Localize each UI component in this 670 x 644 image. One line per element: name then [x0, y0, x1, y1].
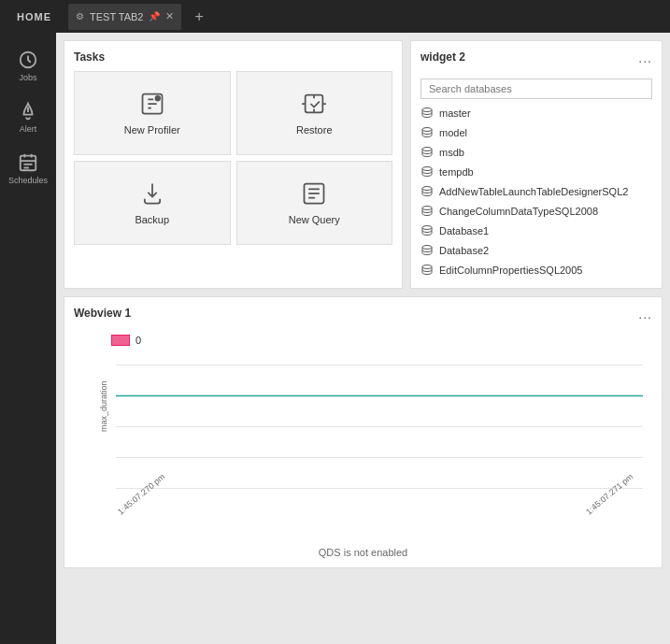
database-list-item[interactable]: Database1: [421, 222, 652, 239]
sidebar-item-schedules[interactable]: Schedules: [0, 145, 56, 193]
home-label: HOME: [9, 11, 59, 22]
widget2-more-button[interactable]: ···: [638, 53, 652, 68]
backup-icon: [139, 180, 165, 207]
task-restore[interactable]: Restore: [236, 71, 393, 155]
jobs-icon: [18, 50, 38, 70]
tab-label: TEST TAB2: [90, 11, 143, 22]
database-list-item[interactable]: model: [421, 124, 652, 141]
sidebar-jobs-label: Jobs: [19, 73, 36, 82]
sidebar-schedules-label: Schedules: [8, 176, 48, 185]
webview-title: Webview 1: [74, 307, 131, 320]
schedules-icon: [18, 152, 38, 173]
database-icon: [421, 244, 434, 257]
legend-color-box: [111, 335, 130, 346]
task-new-profiler[interactable]: New Profiler: [74, 71, 231, 155]
database-list-item[interactable]: master: [421, 105, 652, 122]
restore-icon: [301, 91, 327, 117]
sidebar-item-alert[interactable]: Alert: [0, 93, 56, 141]
task-new-query[interactable]: New Query: [236, 161, 393, 245]
database-list-item[interactable]: msdb: [421, 144, 652, 161]
database-icon: [421, 185, 434, 198]
database-list-item[interactable]: EditColumnPropertiesSQL2005: [421, 262, 652, 279]
content-area: Tasks New Profiler: [56, 33, 670, 644]
x-axis-labels: 1:45:07.270 pm 1:45:07.271 pm: [74, 504, 652, 519]
database-icon: [421, 205, 434, 218]
svg-point-17: [422, 148, 432, 151]
query-icon: [301, 180, 327, 207]
task-restore-label: Restore: [296, 124, 333, 136]
add-tab-button[interactable]: +: [191, 8, 207, 25]
webview-widget: Webview 1 ··· 0 max_duration: [64, 296, 663, 568]
sidebar-item-jobs[interactable]: Jobs: [0, 42, 56, 90]
database-icon: [421, 146, 434, 159]
widget2-title: widget 2: [421, 50, 465, 64]
alert-icon: [18, 101, 38, 122]
tab-settings-icon: ⚙: [76, 11, 84, 21]
database-icon: [421, 107, 434, 120]
tasks-widget: Tasks New Profiler: [64, 40, 403, 289]
sidebar-alert-label: Alert: [20, 124, 37, 134]
main-layout: Jobs Alert Schedules: [0, 33, 670, 644]
webview-more-button[interactable]: ···: [638, 309, 652, 324]
tab-pin-icon: 📌: [149, 11, 160, 21]
y-axis-label: max_duration: [99, 380, 108, 432]
task-new-query-label: New Query: [289, 214, 340, 225]
top-bar: HOME ⚙ TEST TAB2 📌 ✕ +: [0, 0, 670, 33]
database-search-input[interactable]: [421, 79, 652, 99]
chart-svg: 1.0 0.5 0.0 -0.5 -1.0: [116, 350, 643, 504]
chart-wrapper: max_duration 1.0 0.5 0.0 -0.5 -1.0: [74, 350, 652, 558]
widget2: widget 2 ··· master model: [410, 40, 663, 289]
svg-point-15: [422, 108, 432, 112]
tab-close-button[interactable]: ✕: [165, 10, 174, 22]
tasks-grid: New Profiler Restore: [74, 71, 392, 245]
widget2-header: widget 2 ···: [421, 50, 652, 71]
database-icon: [421, 126, 434, 139]
database-list-item[interactable]: ChangeColumnDataTypeSQL2008: [421, 203, 652, 220]
top-row: Tasks New Profiler: [64, 40, 663, 289]
svg-point-20: [422, 207, 432, 210]
svg-point-22: [422, 246, 432, 250]
database-icon: [421, 165, 434, 179]
tasks-title: Tasks: [74, 50, 392, 64]
chart-legend: 0: [74, 335, 652, 346]
database-list: master model msdb tempdb: [421, 105, 652, 279]
database-icon: [421, 264, 434, 277]
svg-point-19: [422, 187, 432, 191]
svg-point-21: [422, 226, 432, 230]
chart-footer: QDS is not enabled: [74, 547, 652, 558]
profiler-icon: [139, 91, 165, 117]
svg-point-16: [422, 128, 432, 132]
svg-point-23: [422, 265, 432, 269]
task-new-profiler-label: New Profiler: [124, 124, 180, 136]
webview-header: Webview 1 ···: [74, 307, 652, 327]
svg-point-18: [422, 167, 432, 171]
task-backup-label: Backup: [135, 214, 169, 225]
chart-container: max_duration 1.0 0.5 0.0 -0.5 -1.0: [116, 350, 643, 504]
active-tab[interactable]: ⚙ TEST TAB2 📌 ✕: [68, 4, 181, 30]
legend-label: 0: [135, 335, 141, 346]
database-list-item[interactable]: tempdb: [421, 164, 652, 180]
database-list-item[interactable]: Database2: [421, 242, 652, 259]
database-icon: [421, 224, 434, 237]
sidebar: Jobs Alert Schedules: [0, 33, 56, 644]
svg-point-9: [155, 96, 160, 101]
task-backup[interactable]: Backup: [74, 161, 231, 245]
database-list-item[interactable]: AddNewTableLaunchTableDesignerSQL2: [421, 183, 652, 200]
